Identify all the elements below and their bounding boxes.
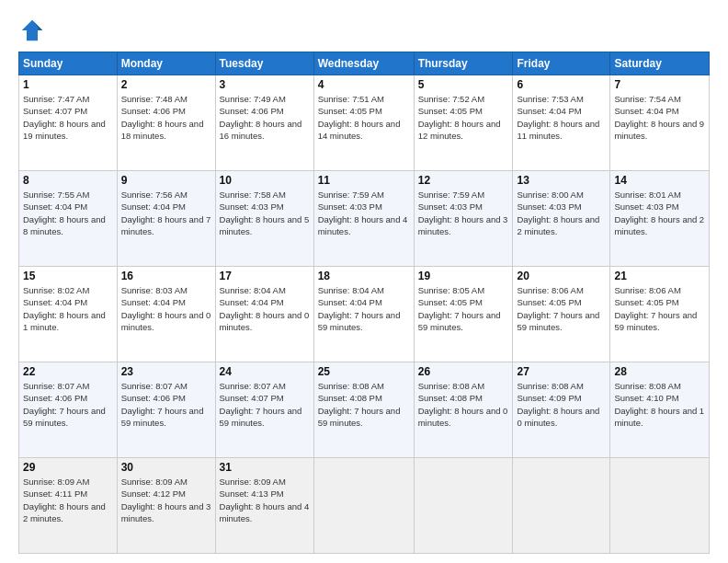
- table-row: 16Sunrise: 8:03 AMSunset: 4:04 PMDayligh…: [117, 267, 215, 362]
- day-number: 14: [614, 174, 705, 187]
- day-number: 31: [220, 461, 310, 474]
- table-row: 8Sunrise: 7:55 AMSunset: 4:04 PMDaylight…: [19, 171, 118, 267]
- table-row: 11Sunrise: 7:59 AMSunset: 4:03 PMDayligh…: [313, 171, 414, 267]
- calendar-week-row: 29Sunrise: 8:09 AMSunset: 4:11 PMDayligh…: [19, 458, 710, 554]
- logo-icon: [18, 17, 46, 44]
- table-row: 27Sunrise: 8:08 AMSunset: 4:09 PMDayligh…: [513, 362, 610, 458]
- table-row: 13Sunrise: 8:00 AMSunset: 4:03 PMDayligh…: [513, 171, 610, 267]
- day-detail: Sunrise: 7:59 AMSunset: 4:03 PMDaylight:…: [418, 189, 509, 237]
- logo: [18, 17, 50, 44]
- day-number: 28: [614, 365, 705, 378]
- table-row: 26Sunrise: 8:08 AMSunset: 4:08 PMDayligh…: [414, 362, 513, 458]
- header: [18, 17, 710, 44]
- day-detail: Sunrise: 8:08 AMSunset: 4:08 PMDaylight:…: [318, 380, 410, 429]
- day-detail: Sunrise: 7:51 AMSunset: 4:05 PMDaylight:…: [318, 93, 410, 142]
- day-number: 25: [318, 365, 410, 378]
- day-detail: Sunrise: 7:53 AMSunset: 4:04 PMDaylight:…: [517, 93, 606, 142]
- day-number: 24: [220, 365, 310, 378]
- calendar-week-row: 1Sunrise: 7:47 AMSunset: 4:07 PMDaylight…: [19, 75, 710, 171]
- day-detail: Sunrise: 8:04 AMSunset: 4:04 PMDaylight:…: [220, 284, 310, 333]
- table-row: 23Sunrise: 8:07 AMSunset: 4:06 PMDayligh…: [117, 362, 215, 458]
- day-number: 17: [220, 270, 310, 282]
- calendar-week-row: 22Sunrise: 8:07 AMSunset: 4:06 PMDayligh…: [19, 362, 710, 458]
- table-row: 22Sunrise: 8:07 AMSunset: 4:06 PMDayligh…: [19, 362, 118, 458]
- day-detail: Sunrise: 8:07 AMSunset: 4:06 PMDaylight:…: [23, 380, 113, 429]
- day-detail: Sunrise: 8:07 AMSunset: 4:07 PMDaylight:…: [220, 380, 310, 429]
- day-number: 10: [220, 174, 310, 187]
- day-detail: Sunrise: 8:09 AMSunset: 4:13 PMDaylight:…: [220, 476, 310, 524]
- table-row: 4Sunrise: 7:51 AMSunset: 4:05 PMDaylight…: [313, 75, 414, 171]
- table-row: 3Sunrise: 7:49 AMSunset: 4:06 PMDaylight…: [215, 75, 313, 171]
- table-row: 1Sunrise: 7:47 AMSunset: 4:07 PMDaylight…: [19, 75, 118, 171]
- day-number: 3: [220, 78, 310, 91]
- day-detail: Sunrise: 8:06 AMSunset: 4:05 PMDaylight:…: [614, 284, 705, 333]
- day-detail: Sunrise: 8:01 AMSunset: 4:03 PMDaylight:…: [614, 189, 705, 237]
- table-row: 9Sunrise: 7:56 AMSunset: 4:04 PMDaylight…: [117, 171, 215, 267]
- day-number: 13: [517, 174, 606, 187]
- day-number: 9: [121, 174, 211, 187]
- col-sunday: Sunday: [19, 52, 118, 75]
- table-row: 10Sunrise: 7:58 AMSunset: 4:03 PMDayligh…: [215, 171, 313, 267]
- day-detail: Sunrise: 8:09 AMSunset: 4:11 PMDaylight:…: [23, 476, 113, 524]
- table-row: 2Sunrise: 7:48 AMSunset: 4:06 PMDaylight…: [117, 75, 215, 171]
- calendar-header-row: Sunday Monday Tuesday Wednesday Thursday…: [19, 52, 710, 75]
- day-detail: Sunrise: 7:54 AMSunset: 4:04 PMDaylight:…: [614, 93, 705, 142]
- day-detail: Sunrise: 8:08 AMSunset: 4:09 PMDaylight:…: [517, 380, 606, 429]
- day-detail: Sunrise: 8:08 AMSunset: 4:08 PMDaylight:…: [418, 380, 509, 429]
- day-number: 22: [23, 365, 113, 378]
- day-number: 15: [23, 270, 113, 282]
- col-wednesday: Wednesday: [313, 52, 414, 75]
- day-detail: Sunrise: 8:03 AMSunset: 4:04 PMDaylight:…: [121, 284, 211, 333]
- page: Sunday Monday Tuesday Wednesday Thursday…: [0, 0, 728, 563]
- day-detail: Sunrise: 8:00 AMSunset: 4:03 PMDaylight:…: [517, 189, 606, 237]
- table-row: 17Sunrise: 8:04 AMSunset: 4:04 PMDayligh…: [215, 267, 313, 362]
- col-tuesday: Tuesday: [215, 52, 313, 75]
- day-detail: Sunrise: 7:58 AMSunset: 4:03 PMDaylight:…: [220, 189, 310, 237]
- day-number: 20: [517, 270, 606, 282]
- table-row: 29Sunrise: 8:09 AMSunset: 4:11 PMDayligh…: [19, 458, 118, 554]
- calendar-table: Sunday Monday Tuesday Wednesday Thursday…: [18, 52, 710, 554]
- day-number: 23: [121, 365, 211, 378]
- day-number: 27: [517, 365, 606, 378]
- day-detail: Sunrise: 7:55 AMSunset: 4:04 PMDaylight:…: [23, 189, 113, 237]
- table-row: 28Sunrise: 8:08 AMSunset: 4:10 PMDayligh…: [610, 362, 710, 458]
- table-row: 21Sunrise: 8:06 AMSunset: 4:05 PMDayligh…: [610, 267, 710, 362]
- day-number: 26: [418, 365, 509, 378]
- table-row: 24Sunrise: 8:07 AMSunset: 4:07 PMDayligh…: [215, 362, 313, 458]
- col-friday: Friday: [513, 52, 610, 75]
- day-number: 8: [23, 174, 113, 187]
- day-number: 4: [318, 78, 410, 91]
- day-number: 19: [418, 270, 509, 282]
- day-number: 12: [418, 174, 509, 187]
- day-detail: Sunrise: 7:59 AMSunset: 4:03 PMDaylight:…: [318, 189, 410, 237]
- day-number: 2: [121, 78, 211, 91]
- table-row: [513, 458, 610, 554]
- table-row: [414, 458, 513, 554]
- day-number: 7: [614, 78, 705, 91]
- table-row: 12Sunrise: 7:59 AMSunset: 4:03 PMDayligh…: [414, 171, 513, 267]
- table-row: 15Sunrise: 8:02 AMSunset: 4:04 PMDayligh…: [19, 267, 118, 362]
- day-number: 30: [121, 461, 211, 474]
- day-detail: Sunrise: 8:09 AMSunset: 4:12 PMDaylight:…: [121, 476, 211, 524]
- col-monday: Monday: [117, 52, 215, 75]
- table-row: 19Sunrise: 8:05 AMSunset: 4:05 PMDayligh…: [414, 267, 513, 362]
- day-detail: Sunrise: 8:05 AMSunset: 4:05 PMDaylight:…: [418, 284, 509, 333]
- table-row: [313, 458, 414, 554]
- day-number: 21: [614, 270, 705, 282]
- calendar-week-row: 8Sunrise: 7:55 AMSunset: 4:04 PMDaylight…: [19, 171, 710, 267]
- day-detail: Sunrise: 8:06 AMSunset: 4:05 PMDaylight:…: [517, 284, 606, 333]
- day-detail: Sunrise: 8:07 AMSunset: 4:06 PMDaylight:…: [121, 380, 211, 429]
- table-row: 25Sunrise: 8:08 AMSunset: 4:08 PMDayligh…: [313, 362, 414, 458]
- day-number: 18: [318, 270, 410, 282]
- calendar-week-row: 15Sunrise: 8:02 AMSunset: 4:04 PMDayligh…: [19, 267, 710, 362]
- day-detail: Sunrise: 7:56 AMSunset: 4:04 PMDaylight:…: [121, 189, 211, 237]
- table-row: 30Sunrise: 8:09 AMSunset: 4:12 PMDayligh…: [117, 458, 215, 554]
- day-detail: Sunrise: 7:49 AMSunset: 4:06 PMDaylight:…: [220, 93, 310, 142]
- table-row: 14Sunrise: 8:01 AMSunset: 4:03 PMDayligh…: [610, 171, 710, 267]
- table-row: 31Sunrise: 8:09 AMSunset: 4:13 PMDayligh…: [215, 458, 313, 554]
- table-row: [610, 458, 710, 554]
- col-saturday: Saturday: [610, 52, 710, 75]
- day-number: 5: [418, 78, 509, 91]
- day-detail: Sunrise: 8:08 AMSunset: 4:10 PMDaylight:…: [614, 380, 705, 429]
- day-number: 29: [23, 461, 113, 474]
